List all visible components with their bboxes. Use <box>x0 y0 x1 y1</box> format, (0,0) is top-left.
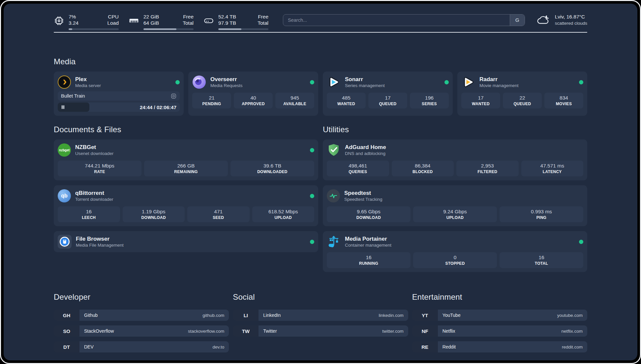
app-title: Media Portainer <box>345 235 391 242</box>
bookmark-netflix[interactable]: NF Netflix netflix.com <box>412 325 587 337</box>
qbittorrent-card[interactable]: qb qBittorrent Torrent downloader 16 <box>54 185 318 226</box>
ram-icon <box>129 15 139 26</box>
stat-label: DOWNLOAD <box>356 215 381 220</box>
bookmark-domain: twitter.com <box>382 329 404 334</box>
dashboard-panel: 7% 3.24 CPU Load <box>4 4 637 360</box>
bookmark-abbr: SO <box>54 325 79 337</box>
bookmark-domain: stackoverflow.com <box>188 329 224 334</box>
section-title-media: Media <box>54 57 587 66</box>
stat-label: AVAILABLE <box>283 102 306 106</box>
video-icon[interactable] <box>171 93 176 99</box>
stat-value: 498,461 <box>349 163 367 169</box>
stat-tile: 39.6 TB DOWNLOADED <box>230 161 314 176</box>
overseerr-card[interactable]: Overseerr Media Requests 21 PENDING 40 A… <box>188 72 318 116</box>
bookmark-youtube[interactable]: YT YouTube youtube.com <box>412 310 587 321</box>
adguard-card[interactable]: AdGuard Home DNS and adblocking 498,461 … <box>323 139 587 180</box>
stat-label: QUEUED <box>379 102 396 106</box>
search-bar: G <box>283 14 525 26</box>
portainer-icon <box>327 235 341 249</box>
stat-tile: 1.19 Gbps DOWNLOAD <box>123 206 185 222</box>
qbittorrent-icon: qb <box>58 189 71 202</box>
stat-tile: 21 PENDING <box>192 93 231 108</box>
stat-tile: 86,384 BLOCKED <box>392 161 454 176</box>
memory-values: 22 GiB 64 GiB <box>143 14 159 26</box>
stat-label: UPLOAD <box>446 215 464 220</box>
app-title: File Browser <box>76 235 124 242</box>
stat-value: 16 <box>538 255 544 260</box>
plex-card[interactable]: Plex Media server Bullet Train <box>54 72 184 116</box>
utilities-column: Utilities <box>323 125 587 272</box>
qbittorrent-icon-text: qb <box>61 193 68 199</box>
overseerr-icon <box>192 75 206 89</box>
stat-value: 834 <box>560 95 568 101</box>
stat-value: 17 <box>385 95 390 101</box>
media-grid: Plex Media server Bullet Train <box>54 72 587 116</box>
plex-player-bar[interactable]: 24:44 / 02:06:47 <box>58 103 180 112</box>
portainer-card[interactable]: Media Portainer Container management 16 … <box>323 231 587 272</box>
section-title-documents: Documents & Files <box>54 125 318 134</box>
stat-label: WANTED <box>337 102 355 106</box>
radarr-card[interactable]: Radarr Movie management 17 WANTED 22 QUE… <box>457 72 587 116</box>
stat-value: 21 <box>209 95 214 101</box>
cpu-load-value: 3.24 <box>69 20 78 26</box>
sonarr-card[interactable]: Sonarr Series management 485 WANTED 17 Q… <box>323 72 453 116</box>
section-title-social: Social <box>233 292 408 302</box>
stat-tile: 9.24 Gbps UPLOAD <box>413 206 497 222</box>
status-dot <box>310 194 314 198</box>
bookmarks-social: Social LI LinkedIn linkedin.com TW Twitt… <box>233 292 408 337</box>
stat-value: 945 <box>290 95 299 101</box>
now-playing-title: Bullet Train <box>61 93 85 99</box>
status-dot <box>579 80 583 84</box>
stat-value: 0 <box>454 255 457 260</box>
stat-value: 16 <box>366 255 371 260</box>
stat-value: 2,953 <box>481 163 494 169</box>
bookmark-stackoverflow[interactable]: SO StackOverflow stackoverflow.com <box>54 325 229 337</box>
app-title: Plex <box>75 76 101 83</box>
stat-label: REMAINING <box>174 169 198 174</box>
bookmarks-developer: Developer GH Github github.com SO StackO… <box>54 292 229 352</box>
search-input[interactable] <box>283 14 525 26</box>
cpu-chip-icon <box>54 15 64 26</box>
app-desc: Container management <box>345 242 391 248</box>
filebrowser-card[interactable]: File Browser Media File Management <box>54 231 318 252</box>
pause-icon[interactable] <box>61 105 65 109</box>
status-dot <box>175 80 180 84</box>
app-title: AdGuard Home <box>345 144 386 151</box>
stat-tile: 266 GB REMAINING <box>144 161 228 176</box>
stat-value: 17 <box>478 95 483 101</box>
stat-tile: 471 SEED <box>187 206 250 222</box>
stat-value: 16 <box>86 209 92 215</box>
stat-value: 0.993 ms <box>531 209 552 215</box>
stat-value: 485 <box>342 95 351 101</box>
bookmark-twitter[interactable]: TW Twitter twitter.com <box>233 325 408 337</box>
app-desc: Torrent downloader <box>75 197 113 202</box>
status-dot <box>310 148 314 152</box>
cpu-labels: CPU Load <box>107 14 119 26</box>
memory-widget: 22 GiB 64 GiB Free Total <box>129 14 194 30</box>
bookmark-reddit[interactable]: RE Reddit reddit.com <box>412 341 587 352</box>
google-search-button[interactable]: G <box>510 15 525 26</box>
bookmark-github[interactable]: GH Github github.com <box>54 310 229 321</box>
bookmark-domain: github.com <box>202 313 224 318</box>
stat-tile: 16 LEECH <box>58 206 120 222</box>
speedtest-card[interactable]: Speedtest Speedtest Tracking 9.65 Gbps D… <box>323 185 587 226</box>
stat-label: QUEUED <box>513 102 531 106</box>
bookmark-name: Twitter <box>263 328 277 334</box>
bookmark-dev[interactable]: DT DEV dev.to <box>54 341 229 352</box>
cloud-icon <box>536 14 551 26</box>
status-dot <box>444 80 449 84</box>
stat-tile: 9.65 Gbps DOWNLOAD <box>327 206 411 222</box>
stat-tile: 834 MOVIES <box>544 93 583 108</box>
stat-tile: 16 TOTAL <box>500 252 583 268</box>
bookmark-linkedin[interactable]: LI LinkedIn linkedin.com <box>233 310 408 321</box>
nzbget-card[interactable]: nzbget NZBGet Usenet downloader 744.21 M… <box>54 139 318 180</box>
stat-tile: 945 AVAILABLE <box>275 93 314 108</box>
app-desc: Movie management <box>479 83 519 89</box>
stat-tile: 2,953 FILTERED <box>456 161 519 176</box>
top-bar: 7% 3.24 CPU Load <box>54 4 587 32</box>
stat-value: 744.21 Mbps <box>85 163 114 169</box>
adguard-icon <box>327 143 341 157</box>
app-title: qBittorrent <box>75 190 113 197</box>
stat-label: MOVIES <box>556 102 572 106</box>
speedtest-icon <box>327 189 340 202</box>
